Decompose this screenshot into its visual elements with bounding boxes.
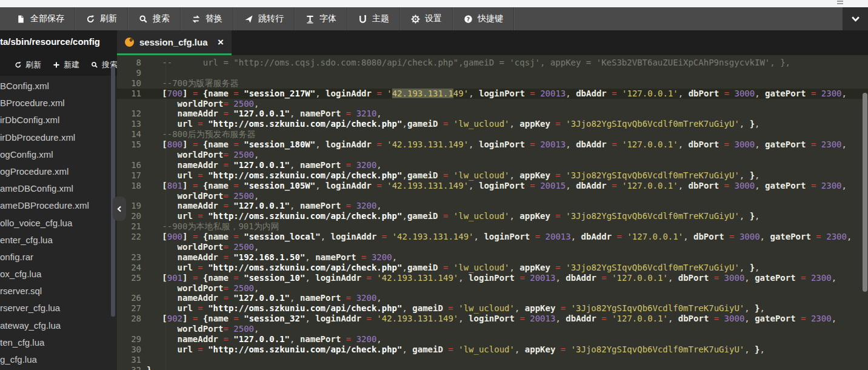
tab-bar: session_cfg.lua × (117, 30, 868, 55)
line-number: 12 (117, 109, 147, 119)
line-number: 32 (117, 365, 147, 370)
code-line: 18[801] = {name = "session_105W", loginA… (117, 181, 868, 191)
current-directory-path: ta/sbin/resource/config (0, 30, 117, 53)
page-scroll-artifact (837, 1, 843, 2)
replace-button[interactable]: 替换 (181, 7, 233, 30)
line-number: 30 (117, 345, 147, 355)
code-line: 25[901] = {name = "session_10", loginAdd… (117, 273, 868, 283)
code-line: 17url = "http://oms.szkuniu.com/api/chec… (117, 170, 868, 181)
file-item[interactable]: ogConfig.xml (0, 146, 117, 163)
font-icon (305, 15, 315, 24)
plus-icon (53, 61, 60, 69)
sidebar-collapse-handle[interactable] (113, 197, 126, 221)
code-line: 27url = "http://oms.szkuniu.com/api/chec… (117, 303, 868, 314)
line-number: 24 (117, 263, 147, 273)
settings-button[interactable]: 设置 (400, 7, 453, 30)
file-item[interactable]: BConfig.xml (0, 78, 117, 95)
file-item[interactable]: g_cfg.lua (0, 351, 117, 368)
theme-button[interactable]: 主题 (347, 7, 400, 30)
search-icon (91, 61, 98, 69)
line-number: 25 (117, 273, 147, 283)
code-line: 22[900] = {name = "session_local", login… (117, 232, 868, 242)
goto-line-label: 跳转行 (258, 13, 284, 24)
shortcuts-label: 快捷键 (478, 13, 503, 24)
help-icon: ? (464, 15, 473, 24)
sidebar-actions: 刷新新建搜索 (0, 53, 117, 76)
line-number: 23 (117, 252, 147, 263)
code-line: 23nameAddr = "192.168.1.50", namePort = … (117, 252, 868, 263)
search-button[interactable]: 搜索 (128, 7, 181, 30)
code-line: 8-- url = "http://oms.cqsj.sdo.com:8080/… (117, 58, 868, 68)
code-line: 13url = "http://oms.szkuniu.com/api/chec… (117, 119, 868, 129)
file-item[interactable]: ollo_voice_cfg.lua (0, 215, 117, 232)
line-number: 31 (117, 355, 147, 365)
line-number: 10 (117, 78, 147, 89)
goto-line-button[interactable]: 跳转行 (233, 7, 295, 30)
tab-session-cfg-lua[interactable]: session_cfg.lua × (117, 30, 232, 55)
line-number (117, 324, 147, 334)
code-line: 14--800后为预发布服务器 (117, 129, 868, 140)
sidebar-scrollbar[interactable] (111, 67, 115, 317)
code-line: 21--900为本地私服，901为内网 (117, 221, 868, 232)
line-number: 17 (117, 170, 147, 181)
sidebar-new-label: 新建 (64, 59, 79, 70)
sidebar-refresh-label: 刷新 (25, 59, 41, 70)
code-line: 10--700为版署服务器 (117, 78, 868, 89)
sidebar-search-label: 搜索 (102, 59, 118, 70)
shortcuts-button[interactable]: ?快捷键 (453, 7, 514, 30)
toolbar-collapse-button[interactable] (843, 7, 868, 30)
line-number: 21 (117, 221, 147, 232)
line-number: 22 (117, 232, 147, 242)
theme-icon (358, 15, 367, 24)
replace-label: 替换 (205, 13, 222, 24)
line-number (117, 150, 147, 160)
line-number: 28 (117, 314, 147, 324)
code-line: 31 (117, 355, 868, 365)
line-number (117, 242, 147, 252)
file-item[interactable]: enter_cfg.lua (0, 232, 117, 249)
line-number: 27 (117, 303, 147, 314)
sidebar-new-button[interactable]: 新建 (53, 59, 79, 70)
file-item[interactable]: ameDBConfig.xml (0, 180, 117, 197)
editor-scrollbar[interactable] (863, 93, 867, 292)
code-line: 26nameAddr = "127.0.0.1", namePort = 320… (117, 293, 868, 303)
line-number: 18 (117, 181, 147, 191)
file-item[interactable]: irDbProcedure.xml (0, 129, 117, 146)
file-item[interactable]: ameDBProcedure.xml (0, 197, 117, 214)
file-icon (16, 15, 25, 24)
file-item[interactable]: BProcedure.xml (0, 95, 117, 112)
sidebar-refresh-button[interactable]: 刷新 (15, 59, 41, 70)
line-number: 11 (117, 89, 147, 99)
code-line: 32} (117, 365, 868, 370)
line-number: 14 (117, 129, 147, 140)
refresh-icon (15, 61, 22, 69)
settings-label: 设置 (425, 13, 442, 24)
code-line: 16nameAddr = "127.0.0.1", namePort = 320… (117, 160, 868, 170)
code-line: 12nameAddr = "127.0.0.1", namePort = 321… (117, 109, 868, 119)
refresh-button[interactable]: 刷新 (75, 7, 128, 30)
code-editor[interactable]: 8-- url = "http://oms.cqsj.sdo.com:8080/… (117, 55, 868, 370)
line-number: 15 (117, 140, 147, 150)
file-item[interactable]: rserver_cfg.lua (0, 300, 117, 317)
file-item[interactable]: ogProcedure.xml (0, 163, 117, 180)
line-number: 9 (117, 68, 147, 78)
gear-icon (411, 15, 420, 24)
line-number: 16 (117, 160, 147, 170)
file-item[interactable]: ox_cfg.lua (0, 266, 117, 283)
file-item[interactable]: ateway_cfg.lua (0, 317, 117, 334)
file-item[interactable]: irDbConfig.xml (0, 112, 117, 129)
line-number (117, 283, 147, 294)
file-item[interactable]: onfig.rar (0, 249, 117, 266)
browser-top-strip (0, 0, 868, 7)
refresh-label: 刷新 (100, 13, 117, 24)
code-line: 20url = "http://oms.szkuniu.com/api/chec… (117, 211, 868, 221)
code-line: worldPort= 2500, (117, 150, 868, 160)
file-item[interactable]: rserver.sql (0, 283, 117, 300)
line-number (117, 99, 147, 109)
editor-toolbar: 全部保存刷新搜索替换跳转行字体主题设置?快捷键 (0, 7, 868, 30)
file-item[interactable]: ten_cfg.lua (0, 334, 117, 351)
font-button[interactable]: 字体 (295, 7, 347, 30)
save-all-button[interactable]: 全部保存 (6, 7, 75, 30)
sidebar-header: ta/sbin/resource/config 刷新新建搜索 (0, 30, 117, 76)
tab-close-icon[interactable]: × (218, 37, 224, 47)
